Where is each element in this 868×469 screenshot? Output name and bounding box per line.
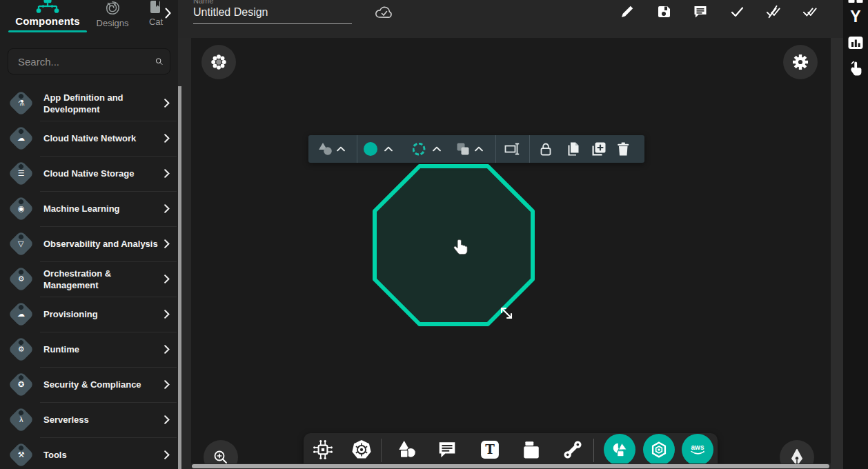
rename-field-icon <box>504 142 521 156</box>
category-label: Cloud Native Network <box>43 132 164 144</box>
sidebar-category-item[interactable]: λ Serverless <box>0 402 178 437</box>
category-tag-icon: ☁ <box>8 125 34 151</box>
sidebar-category-item[interactable]: ⚙ Runtime <box>0 332 178 367</box>
category-label: Runtime <box>43 343 164 355</box>
chart-panel-button[interactable] <box>847 35 864 50</box>
right-dock: Y <box>843 0 868 469</box>
fill-color-expand[interactable] <box>384 147 393 152</box>
toolbar-divider <box>529 135 530 163</box>
sidebar-scrollbar-thumb[interactable] <box>178 86 181 469</box>
sidebar-category-item[interactable]: ✪ Security & Compliance <box>0 367 178 402</box>
design-canvas[interactable]: T <box>191 38 831 469</box>
comments-button[interactable] <box>693 4 708 19</box>
category-label: Tools <box>43 449 164 461</box>
category-label: Security & Compliance <box>43 379 164 390</box>
comment-tool[interactable] <box>437 440 457 459</box>
category-tag-icon: ⚙ <box>8 336 34 362</box>
shape-picker-button[interactable] <box>317 142 334 156</box>
arrange-layers-expand[interactable] <box>475 147 483 152</box>
horizontal-scrollbar-thumb[interactable] <box>192 464 829 468</box>
lock-button[interactable] <box>539 142 553 157</box>
shapes-tool[interactable] <box>397 440 417 459</box>
chevron-right-icon <box>164 134 170 143</box>
shapes-icon <box>317 142 334 156</box>
tab-designs[interactable]: Designs <box>91 0 134 29</box>
text-tool[interactable]: T <box>480 440 500 459</box>
sidebar-category-item[interactable]: ◉ Machine Learning <box>0 191 178 226</box>
dock-divider <box>381 439 382 462</box>
gear-icon <box>791 53 809 71</box>
toolbar-divider <box>357 135 357 163</box>
category-label: Machine Learning <box>43 203 164 214</box>
shape-picker-expand[interactable] <box>337 147 345 152</box>
category-label: Orchestration & Management <box>43 268 164 291</box>
sidebar-category-item[interactable]: ☁ Cloud Native Network <box>0 121 178 156</box>
interaction-panel-button[interactable] <box>848 61 863 77</box>
trash-icon <box>616 142 630 157</box>
check-button[interactable] <box>729 4 744 19</box>
search-input[interactable] <box>18 56 155 68</box>
chevron-right-icon <box>164 450 170 459</box>
note-tool[interactable] <box>522 440 541 459</box>
double-check-icon <box>802 4 818 19</box>
aws-badge-button[interactable]: aws <box>682 434 713 466</box>
chevron-up-icon <box>384 147 393 152</box>
cloud-saved-icon <box>374 6 395 21</box>
rename-resize-button[interactable] <box>504 142 521 156</box>
resize-handle-icon[interactable] <box>498 305 515 321</box>
search-icon[interactable] <box>155 54 163 68</box>
delete-button[interactable] <box>616 142 630 157</box>
kubernetes-tool[interactable] <box>351 439 372 460</box>
design-canvas-app: Components Designs Cat <box>0 0 868 469</box>
sidebar-category-item[interactable]: ⚒ Tools <box>0 437 178 469</box>
double-check-button[interactable] <box>802 4 818 19</box>
category-tag-icon: ⚙ <box>8 266 34 292</box>
name-field-label: Name <box>193 0 213 5</box>
active-tab-underline <box>8 30 87 32</box>
fill-color-button[interactable] <box>364 142 377 156</box>
category-tag-icon: ✪ <box>8 371 34 397</box>
component-chip-tool[interactable] <box>312 439 334 461</box>
header-actions <box>620 4 818 19</box>
chevron-right-icon <box>164 345 170 354</box>
dock-divider <box>593 439 594 462</box>
horizontal-scrollbar <box>191 463 831 469</box>
tab-designs-label: Designs <box>97 18 129 28</box>
tabs-scroll-right-button[interactable] <box>160 6 175 21</box>
duplicate-button[interactable] <box>592 142 606 157</box>
chevron-right-icon <box>164 204 170 213</box>
double-check-crossed-button[interactable] <box>766 4 781 19</box>
category-label: App Definition and Development <box>43 92 164 115</box>
stroke-style-expand[interactable] <box>433 147 441 152</box>
bar-chart-icon <box>847 35 864 50</box>
arrange-layers-button[interactable] <box>456 142 470 156</box>
chip-icon <box>312 439 334 461</box>
kubernetes-badge-button[interactable] <box>643 434 675 466</box>
copy-button[interactable] <box>566 142 581 157</box>
category-label: Provisioning <box>43 308 164 320</box>
canvas-settings-button[interactable] <box>783 45 818 79</box>
save-button[interactable] <box>656 4 671 19</box>
sidebar-category-item[interactable]: ⚙ Orchestration & Management <box>0 261 178 297</box>
cluster-flower-button[interactable] <box>201 45 236 79</box>
connector-tool[interactable] <box>563 440 582 459</box>
duplicate-plus-icon <box>592 142 606 157</box>
tab-components[interactable]: Components <box>7 0 88 28</box>
sidebar-category-item[interactable]: ☰ Cloud Native Storage <box>0 156 178 191</box>
sidebar-category-item[interactable]: ☁ Provisioning <box>0 297 178 332</box>
shapes-badge-icon <box>611 441 628 458</box>
design-name-input[interactable] <box>193 6 352 24</box>
design-header: Name <box>178 0 843 38</box>
edit-button[interactable] <box>620 4 635 19</box>
designs-rose-icon <box>103 0 121 17</box>
meshery-shapes-button[interactable] <box>604 434 635 466</box>
kubernetes-icon <box>351 439 372 460</box>
link-connector-icon <box>563 440 582 459</box>
y-tool-button[interactable]: Y <box>850 9 860 25</box>
octagon-shape[interactable] <box>373 164 535 326</box>
sidebar-category-item[interactable]: ▽ Observability and Analysis <box>0 226 178 261</box>
vertical-scrollbar[interactable] <box>831 38 843 469</box>
grid-partial-icon[interactable] <box>849 0 863 3</box>
sidebar-category-item[interactable]: ⚗ App Definition and Development <box>0 86 178 121</box>
stroke-style-button[interactable] <box>413 143 426 156</box>
